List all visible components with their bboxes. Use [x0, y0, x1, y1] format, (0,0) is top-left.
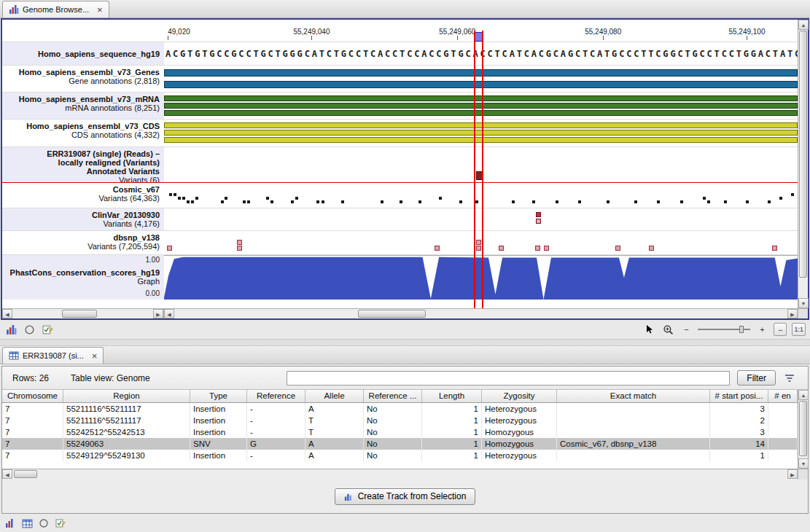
scroll-right-icon[interactable]: ▶	[153, 309, 163, 318]
circle-view-icon[interactable]	[37, 517, 50, 530]
track-cosmic[interactable]: Cosmic_v67 Variants (64,363)	[2, 183, 798, 208]
track-hscrollbar[interactable]: ◀ ▶	[164, 309, 798, 318]
clinvar-track-content	[164, 208, 798, 230]
variant-mark	[243, 200, 246, 203]
browser-vertical-scrollbar[interactable]: ▲ ▼	[798, 20, 808, 308]
column-header[interactable]: Type	[190, 390, 247, 402]
table-view-icon[interactable]	[20, 517, 34, 530]
hscroll-thumb[interactable]	[62, 310, 97, 318]
track-clinvar[interactable]: ClinVar_20130930 Variants (4,176)	[2, 208, 798, 230]
table-vertical-scrollbar[interactable]: ▲ ▼	[798, 390, 808, 469]
track-err-variants[interactable]: ERR319087 (single) (Reads) – locally rea…	[2, 146, 798, 183]
edit-checklist-icon[interactable]	[54, 517, 67, 530]
variant-mark	[578, 200, 581, 203]
track-cds[interactable]: Homo_sapiens_ensembl_v73_CDS CDS annotat…	[2, 119, 798, 146]
column-header[interactable]: Allele	[305, 390, 364, 402]
table-cell: 1	[422, 426, 482, 438]
zoom-one-to-one-icon[interactable]: 1:1	[792, 323, 806, 336]
create-track-button[interactable]: Create Track from Selection	[335, 488, 476, 505]
column-header[interactable]: Region	[63, 390, 190, 402]
zoom-tool-icon[interactable]	[661, 323, 674, 336]
genome-browser-view: 49,02055,249,04055,249,06055,249,08055,2…	[1, 18, 809, 320]
table-cell: 55249129^55249130	[63, 450, 190, 461]
variant-mark	[772, 246, 777, 251]
scroll-right-icon[interactable]: ▶	[787, 469, 798, 479]
close-icon[interactable]: ×	[97, 6, 103, 14]
column-header[interactable]: Zygosity	[482, 390, 557, 402]
track-mrna[interactable]: Homo_sapiens_ensembl_v73_mRNA mRNA annot…	[2, 92, 798, 119]
scroll-left-icon[interactable]: ◀	[2, 309, 12, 318]
ruler-scale[interactable]: 49,02055,249,04055,249,06055,249,08055,2…	[164, 20, 798, 42]
track-subtitle: Gene annotations (2,818)	[4, 77, 160, 85]
column-header[interactable]: Chromosome	[2, 390, 63, 402]
zoom-in-icon[interactable]: +	[755, 323, 768, 336]
variant-mark	[247, 200, 250, 203]
column-header[interactable]: Exact match	[557, 390, 710, 402]
label-hscrollbar[interactable]: ◀ ▶	[2, 309, 164, 318]
tab-genome-browser[interactable]: Genome Browse... ×	[2, 1, 109, 17]
track-genes[interactable]: Homo_sapiens_ensembl_v73_Genes Gene anno…	[2, 65, 798, 92]
table-row[interactable]: 755242512^55242513Insertion-TNo1Homozygo…	[2, 426, 798, 438]
variant-mark	[476, 171, 483, 180]
variant-mark	[237, 240, 242, 245]
fit-width-icon[interactable]: ↔	[774, 323, 787, 336]
table-row[interactable]: 755211116^55211117Insertion-TNo1Heterozy…	[2, 415, 798, 426]
table-row[interactable]: 755249063SNVGANo1HomozygousCosmic_v67, d…	[2, 438, 798, 450]
scroll-up-icon[interactable]: ▲	[798, 390, 809, 400]
cursor-tool-icon[interactable]	[643, 323, 656, 336]
ruler-tick	[311, 36, 312, 40]
close-icon[interactable]: ×	[92, 352, 98, 360]
y-axis-max: 1.00	[4, 256, 160, 265]
track-name: Homo_sapiens_ensembl_v73_CDS	[4, 122, 160, 130]
zoom-out-icon[interactable]: −	[679, 323, 693, 336]
table-cell: 2	[710, 415, 768, 426]
filter-input[interactable]	[287, 371, 730, 386]
filter-button[interactable]: Filter	[737, 370, 776, 386]
track-subtitle: Variants (6)	[4, 176, 160, 182]
scroll-left-icon[interactable]: ◀	[164, 309, 174, 318]
track-name: Homo_sapiens_sequence_hg19	[4, 50, 160, 58]
hscroll-thumb[interactable]	[358, 310, 426, 318]
track-subtitle: mRNA annotations (8,251)	[4, 103, 160, 112]
vscroll-thumb[interactable]	[799, 31, 807, 278]
edit-checklist-icon[interactable]	[41, 323, 54, 336]
track-phastcons[interactable]: 1.00 PhastCons_conservation_scores_hg19 …	[2, 254, 798, 300]
track-name: PhastCons_conservation_scores_hg19	[4, 268, 160, 277]
tab-variant-table[interactable]: ERR319087 (si... ×	[2, 347, 104, 364]
table-cell: 7	[2, 426, 63, 438]
circle-view-icon[interactable]	[23, 323, 36, 336]
scroll-down-icon[interactable]: ▼	[798, 458, 809, 469]
table-row[interactable]: 755249129^55249130Insertion-ANo1Heterozy…	[2, 450, 798, 461]
track-subtitle: Variants (64,363)	[4, 194, 160, 203]
track-name: ERR319087 (single) (Reads) –	[4, 149, 160, 158]
column-header[interactable]: # en	[768, 390, 798, 402]
table-row[interactable]: 755211116^55211117Insertion-ANo1Heterozy…	[2, 403, 798, 415]
scroll-up-icon[interactable]: ▲	[798, 20, 809, 30]
pane-divider[interactable]	[0, 339, 810, 346]
scroll-right-icon[interactable]: ▶	[787, 309, 798, 318]
zoom-slider-thumb[interactable]	[739, 326, 744, 333]
track-view-icon[interactable]	[4, 323, 17, 336]
track-sequence[interactable]: Homo_sapiens_sequence_hg19 ACGTGTGCCGCCT…	[2, 42, 798, 65]
sequence-track-content: ACGTGTGCCGCCTGCTGGGCATCTGCCTCACCTCCACCGT…	[164, 42, 798, 65]
variant-mark	[167, 246, 172, 251]
table-cell: 55249063	[63, 438, 190, 450]
column-header[interactable]: # start posi...	[710, 390, 768, 402]
variant-mark	[225, 197, 227, 200]
column-header[interactable]: Reference	[247, 390, 305, 402]
filter-settings-icon[interactable]	[782, 371, 798, 386]
track-view-icon[interactable]	[4, 517, 17, 530]
ruler-tick-label: 55,249,040	[293, 28, 330, 36]
hscroll-thumb[interactable]	[14, 470, 37, 478]
table-hscrollbar[interactable]: ◀ ▶	[2, 469, 808, 480]
scroll-left-icon[interactable]: ◀	[2, 469, 12, 479]
zoom-slider[interactable]	[698, 324, 750, 335]
tracks-area: 49,02055,249,04055,249,06055,249,08055,2…	[2, 20, 798, 308]
column-header[interactable]: Length	[422, 390, 482, 402]
table-cell: 1	[422, 415, 482, 426]
track-dbsnp[interactable]: dbsnp_v138 Variants (7,205,594)	[2, 230, 798, 254]
scroll-down-icon[interactable]: ▼	[798, 298, 809, 308]
variant-mark	[400, 200, 402, 203]
column-header[interactable]: Reference ...	[364, 390, 422, 402]
vscroll-thumb[interactable]	[799, 401, 807, 456]
